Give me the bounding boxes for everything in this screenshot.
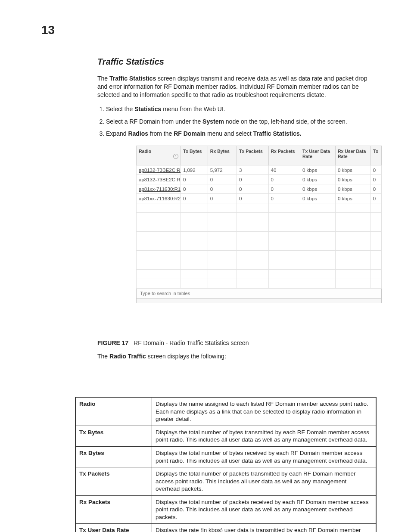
- field-description: Displays the rate (in kbps) user data is…: [152, 524, 377, 532]
- field-name: Radio: [75, 397, 152, 426]
- table-header-row: Radio · Tx Bytes Rx Bytes Tx Packets Rx …: [137, 146, 382, 165]
- cell-empty: [371, 203, 381, 213]
- col-tx-packets[interactable]: Tx Packets: [237, 146, 268, 165]
- cell-empty: [181, 222, 208, 232]
- cell-radio-link[interactable]: ap81xx-711630:R1: [137, 184, 181, 194]
- cell-empty: [237, 279, 268, 289]
- cell-empty: [137, 232, 181, 241]
- cell-empty: [181, 232, 208, 241]
- cell-tx-user-data-rate: 0 kbps: [300, 184, 336, 194]
- field-description-table: RadioDisplays the name assigned to each …: [75, 397, 377, 532]
- cell-rx-packets: 0: [268, 194, 300, 203]
- cell-empty: [237, 222, 268, 232]
- field-row: Rx PacketsDisplays the total number of p…: [75, 495, 376, 524]
- cell-tx-user-data-rate: 0 kbps: [300, 194, 336, 203]
- cell-radio-link[interactable]: ap81xx-711630:R2: [137, 194, 181, 203]
- cell-empty: [300, 251, 336, 260]
- cell-empty: [371, 222, 381, 232]
- cell-empty: [208, 270, 237, 279]
- field-description: Displays the total number of bytes recei…: [152, 446, 377, 467]
- cell-empty: [181, 241, 208, 251]
- table-search-input[interactable]: [139, 290, 380, 296]
- col-rx-user-data-rate[interactable]: Rx User Data Rate: [335, 146, 371, 165]
- field-description: Displays the name assigned to each liste…: [152, 397, 377, 426]
- table-row-empty: [137, 241, 382, 251]
- cell-empty: [137, 270, 181, 279]
- cell-tx-bytes: 0: [181, 184, 208, 194]
- cell-empty: [268, 232, 300, 241]
- cell-empty: [335, 213, 371, 222]
- cell-tx-packets: 0: [237, 194, 268, 203]
- display-intro-bold: Radio Traffic: [109, 353, 146, 360]
- cell-tx: 0: [371, 184, 381, 194]
- step-3-bold2: RF Domain: [174, 130, 206, 137]
- col-tx-truncated[interactable]: Tx: [371, 146, 381, 165]
- step-2-bold: System: [202, 118, 224, 125]
- cell-radio-link[interactable]: ap8132-73BE2C:R2: [137, 175, 181, 184]
- cell-empty: [300, 222, 336, 232]
- cell-empty: [335, 279, 371, 289]
- cell-empty: [335, 232, 371, 241]
- intro-paragraph: The Traffic Statistics screen displays t…: [97, 75, 377, 99]
- intro-pre: The: [97, 75, 109, 82]
- cell-empty: [181, 279, 208, 289]
- cell-empty: [335, 270, 371, 279]
- cell-radio-link[interactable]: ap8132-73BE2C:R1: [137, 165, 181, 175]
- cell-empty: [300, 213, 336, 222]
- cell-empty: [300, 270, 336, 279]
- cell-empty: [208, 232, 237, 241]
- field-row: RadioDisplays the name assigned to each …: [75, 397, 376, 426]
- cell-empty: [137, 213, 181, 222]
- cell-empty: [208, 251, 237, 260]
- table-row[interactable]: ap8132-73BE2C:R200000 kbps0 kbps0: [137, 175, 382, 184]
- cell-empty: [137, 251, 181, 260]
- cell-tx-user-data-rate: 0 kbps: [300, 175, 336, 184]
- col-tx-user-data-rate[interactable]: Tx User Data Rate: [300, 146, 336, 165]
- cell-empty: [268, 213, 300, 222]
- radio-table[interactable]: Radio · Tx Bytes Rx Bytes Tx Packets Rx …: [136, 146, 382, 289]
- cell-rx-packets: 0: [268, 175, 300, 184]
- cell-tx: 0: [371, 175, 381, 184]
- table-row-empty: [137, 279, 382, 289]
- col-rx-packets[interactable]: Rx Packets: [268, 146, 300, 165]
- cell-tx-user-data-rate: 0 kbps: [300, 165, 336, 175]
- table-row[interactable]: ap81xx-711630:R200000 kbps0 kbps0: [137, 194, 382, 203]
- step-1-bold: Statistics: [134, 106, 161, 112]
- table-row-empty: [137, 232, 382, 241]
- cell-empty: [208, 203, 237, 213]
- table-row[interactable]: ap81xx-711630:R100000 kbps0 kbps0: [137, 184, 382, 194]
- cell-empty: [371, 279, 381, 289]
- cell-empty: [237, 241, 268, 251]
- cell-empty: [137, 203, 181, 213]
- cell-empty: [268, 241, 300, 251]
- cell-empty: [181, 213, 208, 222]
- field-description: Displays the total number of packets rec…: [152, 495, 377, 524]
- table-row[interactable]: ap8132-73BE2C:R11,0925,9723400 kbps0 kbp…: [137, 165, 382, 175]
- col-rx-bytes[interactable]: Rx Bytes: [208, 146, 237, 165]
- cell-empty: [371, 270, 381, 279]
- col-tx-bytes[interactable]: Tx Bytes: [181, 146, 208, 165]
- cell-empty: [137, 260, 181, 270]
- figure-label: FIGURE 17: [97, 339, 128, 346]
- cell-empty: [268, 270, 300, 279]
- col-radio-label: Radio: [139, 149, 151, 154]
- cell-empty: [208, 279, 237, 289]
- cell-empty: [181, 251, 208, 260]
- cell-empty: [237, 203, 268, 213]
- chapter-number: 13: [41, 23, 55, 37]
- cell-empty: [300, 241, 336, 251]
- cell-tx-packets: 3: [237, 165, 268, 175]
- col-radio[interactable]: Radio ·: [137, 146, 181, 165]
- step-3-pre: Expand: [106, 130, 128, 137]
- sort-ascending-icon[interactable]: ·: [173, 154, 178, 159]
- cell-empty: [237, 213, 268, 222]
- field-name: Tx User Data Rate: [75, 524, 152, 532]
- step-2-post: node on the top, left-hand side, of the …: [224, 118, 347, 125]
- steps-list: Select the Statistics menu from the Web …: [97, 105, 377, 138]
- table-row-empty: [137, 222, 382, 232]
- figure-caption: FIGURE 17 RF Domain - Radio Traffic Stat…: [97, 339, 377, 346]
- cell-empty: [181, 203, 208, 213]
- cell-empty: [371, 232, 381, 241]
- cell-empty: [137, 222, 181, 232]
- cell-empty: [371, 241, 381, 251]
